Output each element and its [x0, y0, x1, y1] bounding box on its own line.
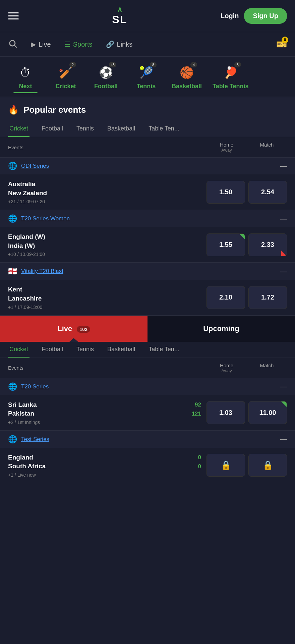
- sport-tab-tabletennis[interactable]: 🏓 8 Table Tennis: [207, 60, 254, 93]
- bet-count-badge: 0: [282, 37, 288, 43]
- pop-tab-tennis[interactable]: Tennis: [75, 121, 95, 137]
- sport-tab-basketball[interactable]: 🏀 4 Basketball: [166, 60, 207, 93]
- lock-icon-away: 🔒: [262, 460, 273, 471]
- globe-icon: 🌐: [8, 162, 17, 170]
- live-odds-group: 1.03 11.00: [206, 401, 287, 424]
- live-events-header: Events Home Away Match: [0, 358, 295, 378]
- live-odd-btn-home[interactable]: 1.03: [206, 401, 245, 424]
- odd-btn-home[interactable]: 1.50: [206, 181, 245, 204]
- nav-live[interactable]: ▶ Live: [31, 34, 51, 55]
- football-label: Football: [94, 83, 118, 90]
- tabletennis-label: Table Tennis: [213, 83, 248, 90]
- match-teams: Australia New Zealand: [8, 180, 201, 198]
- live-tab-cricket[interactable]: Cricket: [8, 342, 30, 358]
- nav-links-label: Links: [117, 41, 133, 48]
- live-upcoming-toggle: Live 102 Upcoming: [0, 316, 295, 342]
- live-odds-group-2: 🔒 🔒: [206, 454, 287, 477]
- sport-tab-next[interactable]: ⏱ Next: [5, 60, 46, 93]
- cricket-label: Cricket: [55, 83, 76, 90]
- list-icon: ☰: [64, 40, 70, 48]
- odd-btn-away-3[interactable]: 1.72: [248, 286, 287, 309]
- football-icon: ⚽: [99, 66, 113, 79]
- live-section: Cricket Football Tennis Basketball Table…: [0, 342, 295, 483]
- odd-btn-home-2[interactable]: 1.55: [206, 233, 245, 256]
- t20w-series-link[interactable]: T20 Series Women: [21, 215, 70, 222]
- live-test-series-link[interactable]: Test Series: [21, 436, 49, 443]
- odds-group-3: 2.10 1.72: [206, 286, 287, 309]
- team1-3: Kent: [8, 285, 201, 294]
- odds-headers: Home Away Match: [206, 142, 287, 153]
- live-tab-tennis[interactable]: Tennis: [75, 342, 95, 358]
- signup-button[interactable]: Sign Up: [244, 8, 287, 24]
- home-col-header: Home Away: [206, 142, 247, 153]
- odds-group-2: 1.55 2.33: [206, 233, 287, 256]
- series-collapse-2[interactable]: —: [280, 215, 287, 223]
- nav-sports[interactable]: ☰ Sports: [64, 34, 93, 55]
- live-match-col-header: Match: [247, 363, 287, 373]
- live-team1-2: England: [8, 453, 33, 462]
- search-button[interactable]: [8, 32, 17, 56]
- popular-title: Popular events: [23, 105, 86, 115]
- upcoming-toggle-button[interactable]: Upcoming: [148, 316, 295, 342]
- odi-series-link[interactable]: ODI Series: [21, 163, 49, 169]
- match-info-3: Kent Lancashire +1 / 17.09-13:00: [8, 285, 201, 310]
- sport-tab-cricket[interactable]: 🏏 2 Cricket: [46, 60, 86, 93]
- tabletennis-badge: 8: [234, 62, 241, 67]
- series-collapse[interactable]: —: [280, 162, 287, 170]
- live-tab-football[interactable]: Football: [40, 342, 64, 358]
- upcoming-label: Upcoming: [203, 324, 239, 333]
- live-tab-tabletennis[interactable]: Table Ten...: [147, 342, 181, 358]
- live-score1: 92: [195, 401, 201, 409]
- odd-btn-home-3[interactable]: 2.10: [206, 286, 245, 309]
- series-collapse-3[interactable]: —: [280, 268, 287, 275]
- team1-score-row-2: England 0: [8, 453, 201, 462]
- vitality-series-link[interactable]: Vitality T20 Blast: [21, 268, 63, 275]
- nav-links[interactable]: 🔗 Links: [106, 34, 133, 55]
- live-t20-series-link[interactable]: T20 Series: [21, 383, 49, 390]
- live-tab-basketball[interactable]: Basketball: [106, 342, 136, 358]
- pop-tab-basketball[interactable]: Basketball: [106, 121, 136, 137]
- match-row-kent-lancs: Kent Lancashire +1 / 17.09-13:00 2.10 1.…: [0, 280, 295, 315]
- live-match-teams-2: England 0 South Africa 0: [8, 453, 201, 471]
- login-button[interactable]: Login: [221, 12, 239, 20]
- series-row-t20w: 🌐 T20 Series Women —: [0, 210, 295, 227]
- next-label: Next: [19, 83, 32, 90]
- live-toggle-button[interactable]: Live 102: [0, 316, 148, 342]
- bet-slip-button[interactable]: 🎫 0: [276, 33, 287, 56]
- odd-btn-away[interactable]: 2.54: [248, 181, 287, 204]
- svg-point-0: [10, 41, 15, 46]
- odds-group: 1.50 2.54: [206, 181, 287, 204]
- pop-tab-cricket[interactable]: Cricket: [8, 121, 30, 137]
- next-icon-wrap: ⏱: [16, 63, 35, 82]
- popular-events-table: Events Home Away Match 🌐 ODI Series — Au…: [0, 137, 295, 316]
- live-match-slk-pak: Sri Lanka 92 Pakistan 121 +2 / 1st Innin…: [0, 395, 295, 431]
- pop-tab-tabletennis[interactable]: Table Ten...: [147, 121, 181, 137]
- next-icon: ⏱: [20, 66, 31, 79]
- svg-line-1: [14, 45, 16, 47]
- match-teams-3: Kent Lancashire: [8, 285, 201, 303]
- live-match-eng-sa: England 0 South Africa 0 +1 / Live now 🔒…: [0, 448, 295, 483]
- live-series-collapse-2[interactable]: —: [280, 435, 287, 443]
- live-odd-btn-away[interactable]: 11.00: [248, 401, 287, 424]
- live-series-collapse[interactable]: —: [280, 383, 287, 390]
- link-icon: 🔗: [106, 40, 114, 48]
- team1: Australia: [8, 180, 201, 189]
- match-info: Australia New Zealand +21 / 11.09-07:20: [8, 180, 201, 204]
- live-events-label: Events: [8, 365, 23, 371]
- live-score2-2: 0: [198, 463, 201, 471]
- cricket-badge: 2: [69, 62, 76, 67]
- live-events-table: Events Home Away Match 🌐 T20 Series —: [0, 358, 295, 483]
- lock-btn-away[interactable]: 🔒: [248, 454, 287, 477]
- odd-btn-away-2[interactable]: 2.33: [248, 233, 287, 256]
- header-left: [8, 12, 19, 19]
- match-row-aus-nz: Australia New Zealand +21 / 11.09-07:20 …: [0, 174, 295, 210]
- sport-tab-football[interactable]: ⚽ 43 Football: [86, 60, 126, 93]
- hamburger-button[interactable]: [8, 12, 19, 19]
- tabletennis-icon-wrap: 🏓 8: [222, 63, 240, 82]
- live-sub-tabs: Cricket Football Tennis Basketball Table…: [0, 342, 295, 358]
- pop-tab-football[interactable]: Football: [40, 121, 64, 137]
- sport-tab-tennis[interactable]: 🎾 8 Tennis: [126, 60, 166, 93]
- lock-btn-home[interactable]: 🔒: [206, 454, 245, 477]
- logo[interactable]: ∧ SL: [112, 6, 127, 26]
- live-series-t20: 🌐 T20 Series —: [0, 378, 295, 395]
